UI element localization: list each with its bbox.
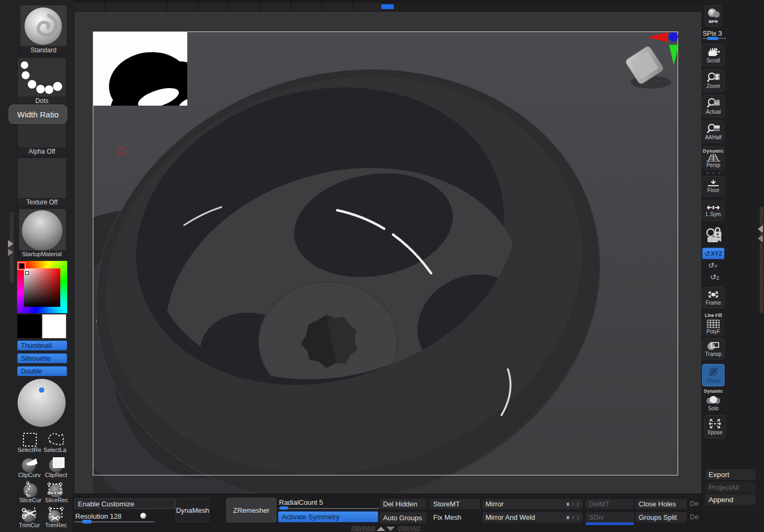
slice-curve-icon[interactable] [21,481,39,497]
solo-button[interactable]: Solo [702,394,725,413]
brush-selector[interactable]: Standard [19,4,68,55]
mirror-weld-axis-toggles[interactable]: X Y Z [566,515,579,520]
dots-stroke-icon [18,58,66,97]
scroll-button[interactable]: Scroll [702,44,725,66]
mirror-weld-axis-x[interactable]: X [566,515,569,520]
enable-customize-button[interactable]: Enable Customize [74,498,176,509]
radialcount-handle[interactable] [280,506,288,510]
material-selector[interactable]: StartupMaterial [18,208,66,258]
delmt-button[interactable]: DelMT [586,499,634,509]
left-scroll-arrow-1[interactable] [8,240,13,248]
zoom-icon [706,72,720,83]
lsym-button[interactable]: L.Sym [702,201,725,221]
resolution-dot-button[interactable] [140,513,146,519]
mirror-button[interactable]: Mirror X Y Z [482,499,583,509]
top-bar-blue-marker[interactable] [381,4,394,9]
canvas-3d-viewport[interactable] [75,12,702,496]
main-color-swatch[interactable] [17,314,42,338]
close-holes-button[interactable]: Close Holes [635,499,687,509]
bpr-button[interactable]: BPR [705,5,722,27]
groups-split-label: Groups Split [639,513,677,521]
double-button[interactable]: Double [17,366,67,376]
tooltip-text: Width Ratio [17,110,59,119]
radialcount-slider[interactable]: RadialCount 5 [279,498,379,509]
top-bar-track[interactable] [381,3,702,11]
color-picker[interactable] [17,261,67,313]
sdiv-slider-bar[interactable] [586,522,634,525]
slice-rect-label: SliceRec [43,497,70,503]
sv-square[interactable] [24,268,60,307]
persp-button[interactable]: Dynamic Persp [702,146,725,170]
bottom-scroll-arrow-down[interactable] [386,527,395,531]
auto-groups-button[interactable]: Auto Groups [380,512,427,523]
color-cursor[interactable] [25,271,29,275]
transp-button[interactable]: Transp [702,338,725,360]
fix-mesh-button[interactable]: Fix Mesh [430,512,480,522]
rotate-xyz-button[interactable]: ↺ XYZ [702,248,725,259]
storemt-button[interactable]: StoreMT [430,499,480,509]
export-button[interactable]: Export [705,469,755,480]
xpose-button[interactable]: Xpose [704,415,726,439]
radialcount-track[interactable] [278,508,379,509]
mirror-and-weld-button[interactable]: Mirror And Weld X Y Z [482,512,583,522]
clip-curve-icon[interactable] [20,456,39,472]
left-scroll-arrow-2[interactable] [8,249,13,256]
secondary-color-swatch[interactable] [42,314,66,338]
frame-button[interactable]: Frame [702,287,725,308]
trim-rect-icon[interactable] [46,506,65,522]
spix-slider-handle[interactable] [707,37,719,40]
bottom-scroll-arrow-up[interactable] [377,527,385,531]
material-name: StartupMaterial [19,250,65,258]
thumbnail-button[interactable]: Thumbnail [17,340,67,351]
solo-icon [705,395,721,405]
projectall-button[interactable]: ProjectAll [705,482,755,493]
sdiv-button[interactable]: SDiv [586,512,634,522]
select-lasso-icon[interactable] [46,431,64,447]
camera-lock-icon[interactable] [705,226,723,245]
right-scroll-arrow-2[interactable] [758,235,763,242]
rotate-icon: ↺ [704,250,710,257]
texture-selector[interactable]: Texture Off [17,157,67,207]
actual-button[interactable]: x1 Actual [702,95,725,117]
rotate-z-button[interactable]: ↺Z [710,273,724,284]
slice-rect-icon[interactable] [46,481,65,497]
stroke-selector[interactable]: Dots [17,57,67,106]
right-scroll-arrow-1[interactable] [758,225,763,233]
aahalf-icon [706,123,720,134]
zoom-button[interactable]: Zoom [702,69,725,92]
mirror-axis-toggles[interactable]: X Y Z [566,502,579,507]
dynamesh-button[interactable]: DynaMesh [176,498,210,522]
truncated-button-1[interactable]: De [690,499,702,509]
silhouette-button[interactable]: Silhouette [17,353,67,363]
swatch-selector[interactable] [18,263,25,269]
top-bar-segments[interactable] [75,3,381,11]
mirror-axis-y[interactable]: Y [571,502,575,507]
mirror-weld-axis-z[interactable]: Z [577,515,579,520]
mirror-axis-x[interactable]: X [566,502,569,507]
trim-curve-icon[interactable] [20,506,39,522]
material-preview-sphere[interactable] [18,379,66,427]
left-scrollbar[interactable] [10,212,14,283]
aahalf-button[interactable]: AAHalf [702,121,725,143]
projectall-label: ProjectAll [709,483,739,491]
mirror-axis-z[interactable]: Z [577,502,579,507]
append-button[interactable]: Append [705,494,755,505]
ghost-button[interactable]: Ghost [702,364,725,386]
del-hidden-button[interactable]: Del Hidden [380,499,427,509]
actual-icon: x1 [706,98,720,108]
zremesher-button[interactable]: ZRemesher [226,498,276,522]
right-scrollbar[interactable] [760,207,763,313]
truncated-button-2[interactable]: De [690,513,702,522]
groups-split-button[interactable]: Groups Split [635,512,687,522]
floor-icon [706,179,720,187]
select-rect-icon[interactable] [21,432,38,447]
rotate-y-button[interactable]: ↺Y [708,261,722,273]
clip-rect-icon[interactable] [47,456,66,472]
activate-symmetry-button[interactable]: Activate Symmetry [278,511,378,522]
floor-button[interactable]: Floor [702,176,725,196]
resolution-handle[interactable] [82,520,92,523]
lsym-icon [706,204,721,211]
auto-groups-label: Auto Groups [383,514,422,522]
mirror-weld-axis-y[interactable]: Y [571,515,575,520]
polyf-button[interactable]: PolyF [702,318,725,336]
